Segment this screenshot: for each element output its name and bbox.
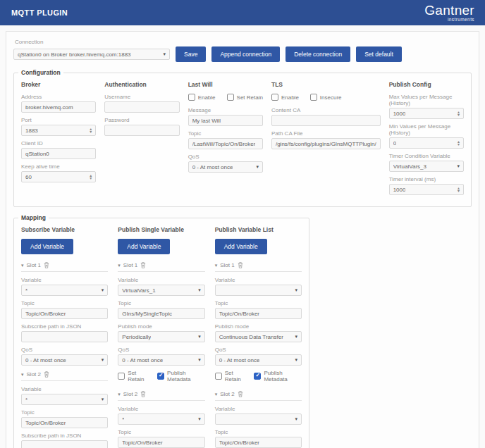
lastwill-message-input[interactable]: My last Will bbox=[188, 115, 263, 126]
subscribe-json-path-label: Subscribe path in JSON bbox=[21, 323, 108, 330]
keep-alive-input[interactable]: 60 ▴▾ bbox=[21, 171, 96, 182]
trash-icon[interactable] bbox=[44, 371, 49, 378]
checkbox-icon[interactable] bbox=[215, 373, 222, 380]
topic-input[interactable]: Topic/On/Broker bbox=[215, 437, 302, 448]
chevron-down-icon[interactable]: ▾ bbox=[21, 372, 24, 378]
append-connection-button[interactable]: Append connection bbox=[211, 46, 280, 62]
chevron-down-icon: ▾ bbox=[198, 357, 201, 363]
trash-icon[interactable] bbox=[44, 262, 49, 268]
variable-select[interactable]: * ▾ bbox=[21, 394, 108, 405]
chevron-down-icon[interactable]: ▾ bbox=[215, 263, 218, 268]
broker-column: Broker Address broker.hivemq.com Port 18… bbox=[21, 79, 96, 199]
delete-connection-button[interactable]: Delete connection bbox=[286, 46, 350, 62]
lastwill-enable-checkbox[interactable]: Enable bbox=[188, 94, 216, 101]
address-input[interactable]: broker.hivemq.com bbox=[21, 101, 96, 113]
topic-label: Topic bbox=[21, 409, 108, 416]
chevron-down-icon[interactable]: ▾ bbox=[21, 263, 24, 268]
qos-select[interactable]: 0 - At most once ▾ bbox=[215, 354, 302, 366]
tls-insecure-checkbox[interactable]: Insecure bbox=[310, 94, 342, 101]
publish-single-add-variable-button[interactable]: Add Variable bbox=[118, 239, 170, 254]
slot-header[interactable]: ▾ Slot 1 bbox=[215, 261, 302, 272]
topic-label: Topic bbox=[118, 429, 204, 435]
topic-input[interactable]: Topic/On/Broker bbox=[21, 308, 108, 319]
lastwill-message-label: Message bbox=[188, 107, 263, 113]
topic-input[interactable]: Topic/On/Broker bbox=[118, 437, 204, 448]
username-input[interactable] bbox=[104, 101, 179, 113]
variable-label: Variable bbox=[21, 277, 108, 283]
checkbox-icon[interactable] bbox=[271, 94, 278, 101]
subscribe-json-path-input[interactable] bbox=[21, 331, 108, 342]
timer-condition-variable-select[interactable]: VirtualVars_3 ▾ bbox=[389, 161, 464, 172]
slot-header[interactable]: ▾ Slot 2 bbox=[215, 390, 302, 401]
spinner-icon[interactable]: ▴▾ bbox=[458, 140, 460, 146]
password-input[interactable] bbox=[104, 125, 179, 136]
publish-list-add-variable-button[interactable]: Add Variable bbox=[215, 239, 267, 254]
trash-icon[interactable] bbox=[238, 391, 243, 397]
client-id-input[interactable]: qStation0 bbox=[21, 148, 96, 159]
variable-select[interactable]: VirtualVars_1 ▾ bbox=[118, 285, 204, 296]
qos-label: QoS bbox=[21, 347, 108, 353]
spinner-icon[interactable]: ▴▾ bbox=[458, 187, 460, 192]
lastwill-topic-input[interactable]: /LastWill/Topic/On/Broker bbox=[188, 138, 263, 149]
publish-mode-value: Continuous Data Transfer bbox=[219, 334, 283, 340]
slot-header[interactable]: ▾ Slot 2 bbox=[21, 370, 108, 381]
topic-input[interactable]: GIns/MySingleTopic bbox=[118, 308, 204, 319]
min-values-input[interactable]: 0 ▴▾ bbox=[389, 137, 464, 149]
spinner-icon[interactable]: ▴▾ bbox=[90, 174, 92, 180]
port-input[interactable]: 1883 ▴▾ bbox=[21, 125, 96, 136]
checkbox-icon[interactable] bbox=[118, 373, 125, 380]
checkbox-icon[interactable] bbox=[188, 94, 195, 101]
slot-header[interactable]: ▾ Slot 1 bbox=[118, 261, 204, 272]
tls-enable-checkbox[interactable]: Enable bbox=[271, 94, 299, 101]
trash-icon[interactable] bbox=[140, 391, 146, 397]
save-button[interactable]: Save bbox=[176, 46, 206, 62]
topic-input[interactable]: Topic/On/Broker bbox=[215, 308, 302, 319]
lastwill-qos-select[interactable]: 0 - At most once ▾ bbox=[188, 161, 263, 173]
publish-metadata-checkbox[interactable]: Publish Metadata bbox=[254, 370, 302, 382]
chevron-down-icon[interactable]: ▾ bbox=[118, 263, 121, 268]
slot-header[interactable]: ▾ Slot 1 bbox=[21, 261, 108, 272]
subscribe-add-variable-button[interactable]: Add Variable bbox=[21, 239, 73, 254]
variable-select[interactable]: ▾ bbox=[215, 285, 302, 296]
publish-mode-select[interactable]: Periodically ▾ bbox=[118, 331, 204, 342]
set-retain-checkbox[interactable]: Set Retain bbox=[215, 370, 247, 382]
set-retain-checkbox[interactable]: Set Retain bbox=[118, 370, 150, 382]
topic-input[interactable]: Topic/On/Broker bbox=[21, 417, 108, 428]
chevron-down-icon: ▾ bbox=[102, 397, 104, 402]
subscribe-json-path-input[interactable] bbox=[21, 440, 108, 448]
content-ca-input[interactable] bbox=[271, 115, 381, 126]
trash-icon[interactable] bbox=[238, 262, 243, 268]
checkbox-icon[interactable] bbox=[254, 373, 261, 380]
qos-select[interactable]: 0 - At most once ▾ bbox=[118, 354, 204, 366]
path-ca-file-input[interactable]: /gins/fs/config/plugins/GInsMQTTPlugin/ bbox=[271, 138, 381, 149]
slot-header[interactable]: ▾ Slot 2 bbox=[118, 390, 204, 401]
timer-interval-input[interactable]: 1000 ▴▾ bbox=[389, 184, 464, 195]
set-default-button[interactable]: Set default bbox=[356, 46, 402, 62]
spinner-icon[interactable]: ▴▾ bbox=[90, 127, 92, 133]
qos-select[interactable]: 0 - At most once ▾ bbox=[21, 354, 108, 366]
chevron-down-icon: ▾ bbox=[295, 287, 297, 293]
variable-value: * bbox=[122, 416, 124, 423]
chevron-down-icon: ▾ bbox=[198, 334, 201, 340]
publish-mode-select[interactable]: Continuous Data Transfer ▾ bbox=[215, 331, 302, 342]
subscribe-variable-column: Subscribe Variable Add Variable ▾ Slot 1… bbox=[21, 224, 108, 448]
slot-title: Slot 2 bbox=[123, 391, 137, 397]
connection-select[interactable]: qStation0 on Broker broker.hivemq.com:18… bbox=[13, 49, 170, 60]
spinner-icon[interactable]: ▴▾ bbox=[458, 111, 460, 116]
variable-select[interactable]: * ▾ bbox=[21, 285, 108, 296]
publish-metadata-checkbox[interactable]: Publish Metadata bbox=[157, 370, 205, 382]
chevron-down-icon[interactable]: ▾ bbox=[118, 392, 121, 397]
checkbox-icon[interactable] bbox=[227, 94, 234, 101]
lastwill-set-retain-checkbox[interactable]: Set Retain bbox=[227, 94, 263, 101]
chevron-down-icon[interactable]: ▾ bbox=[215, 392, 218, 397]
checkbox-icon[interactable] bbox=[157, 373, 164, 380]
checkbox-icon[interactable] bbox=[310, 94, 317, 101]
timer-interval-label: Timer interval (ms) bbox=[389, 176, 464, 182]
variable-select[interactable]: * ▾ bbox=[118, 413, 204, 425]
topic-value: Topic/On/Broker bbox=[25, 311, 66, 317]
trash-icon[interactable] bbox=[140, 262, 146, 268]
variable-select[interactable]: ▾ bbox=[215, 413, 302, 425]
username-label: Username bbox=[104, 94, 179, 100]
app-header: MQTT PLUGIN Gantner instruments bbox=[0, 0, 485, 25]
max-values-input[interactable]: 1000 ▴▾ bbox=[389, 108, 464, 119]
